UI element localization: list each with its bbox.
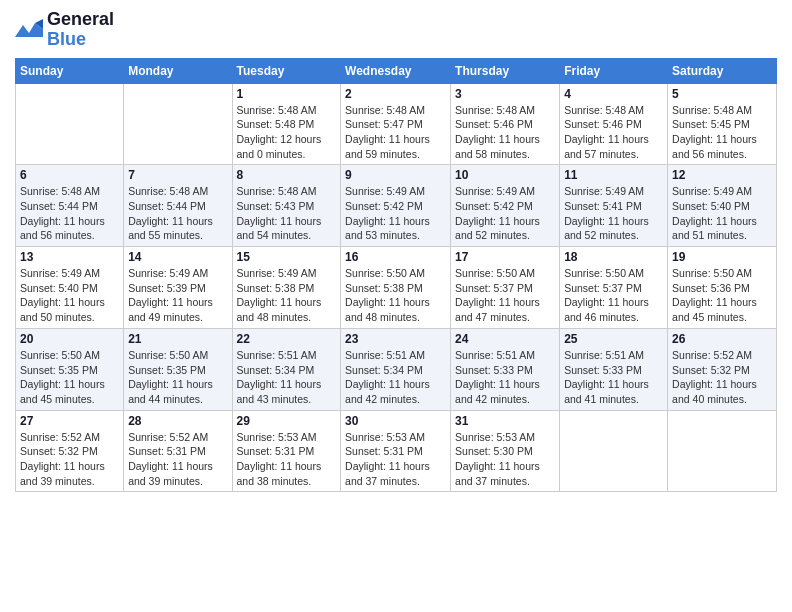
day-info: Sunrise: 5:48 AM Sunset: 5:46 PM Dayligh… (564, 103, 663, 162)
weekday-header: Saturday (668, 58, 777, 83)
day-info: Sunrise: 5:50 AM Sunset: 5:37 PM Dayligh… (564, 266, 663, 325)
day-info: Sunrise: 5:49 AM Sunset: 5:40 PM Dayligh… (672, 184, 772, 243)
day-info: Sunrise: 5:48 AM Sunset: 5:46 PM Dayligh… (455, 103, 555, 162)
day-info: Sunrise: 5:52 AM Sunset: 5:31 PM Dayligh… (128, 430, 227, 489)
day-info: Sunrise: 5:51 AM Sunset: 5:34 PM Dayligh… (237, 348, 337, 407)
day-info: Sunrise: 5:49 AM Sunset: 5:42 PM Dayligh… (455, 184, 555, 243)
calendar-page: General Blue SundayMondayTuesdayWednesda… (0, 0, 792, 507)
calendar-week-row: 20Sunrise: 5:50 AM Sunset: 5:35 PM Dayli… (16, 328, 777, 410)
calendar-cell: 25Sunrise: 5:51 AM Sunset: 5:33 PM Dayli… (560, 328, 668, 410)
day-number: 31 (455, 414, 555, 428)
day-info: Sunrise: 5:53 AM Sunset: 5:31 PM Dayligh… (345, 430, 446, 489)
calendar-cell: 23Sunrise: 5:51 AM Sunset: 5:34 PM Dayli… (341, 328, 451, 410)
calendar-cell: 20Sunrise: 5:50 AM Sunset: 5:35 PM Dayli… (16, 328, 124, 410)
day-number: 12 (672, 168, 772, 182)
calendar-cell: 5Sunrise: 5:48 AM Sunset: 5:45 PM Daylig… (668, 83, 777, 165)
day-number: 4 (564, 87, 663, 101)
day-info: Sunrise: 5:50 AM Sunset: 5:36 PM Dayligh… (672, 266, 772, 325)
calendar-cell: 11Sunrise: 5:49 AM Sunset: 5:41 PM Dayli… (560, 165, 668, 247)
calendar-cell: 30Sunrise: 5:53 AM Sunset: 5:31 PM Dayli… (341, 410, 451, 492)
day-number: 17 (455, 250, 555, 264)
day-number: 27 (20, 414, 119, 428)
calendar-week-row: 6Sunrise: 5:48 AM Sunset: 5:44 PM Daylig… (16, 165, 777, 247)
calendar-cell: 8Sunrise: 5:48 AM Sunset: 5:43 PM Daylig… (232, 165, 341, 247)
calendar-cell: 19Sunrise: 5:50 AM Sunset: 5:36 PM Dayli… (668, 247, 777, 329)
weekday-header: Wednesday (341, 58, 451, 83)
day-info: Sunrise: 5:52 AM Sunset: 5:32 PM Dayligh… (672, 348, 772, 407)
logo: General Blue (15, 10, 114, 50)
day-info: Sunrise: 5:48 AM Sunset: 5:48 PM Dayligh… (237, 103, 337, 162)
calendar-cell (668, 410, 777, 492)
calendar-week-row: 27Sunrise: 5:52 AM Sunset: 5:32 PM Dayli… (16, 410, 777, 492)
day-info: Sunrise: 5:51 AM Sunset: 5:34 PM Dayligh… (345, 348, 446, 407)
logo-icon (15, 19, 43, 41)
weekday-header: Sunday (16, 58, 124, 83)
calendar-cell: 9Sunrise: 5:49 AM Sunset: 5:42 PM Daylig… (341, 165, 451, 247)
calendar-cell: 31Sunrise: 5:53 AM Sunset: 5:30 PM Dayli… (451, 410, 560, 492)
day-info: Sunrise: 5:49 AM Sunset: 5:38 PM Dayligh… (237, 266, 337, 325)
calendar-cell: 16Sunrise: 5:50 AM Sunset: 5:38 PM Dayli… (341, 247, 451, 329)
calendar-cell: 3Sunrise: 5:48 AM Sunset: 5:46 PM Daylig… (451, 83, 560, 165)
calendar-table: SundayMondayTuesdayWednesdayThursdayFrid… (15, 58, 777, 493)
day-info: Sunrise: 5:51 AM Sunset: 5:33 PM Dayligh… (455, 348, 555, 407)
calendar-cell: 22Sunrise: 5:51 AM Sunset: 5:34 PM Dayli… (232, 328, 341, 410)
day-number: 14 (128, 250, 227, 264)
day-number: 5 (672, 87, 772, 101)
calendar-cell: 6Sunrise: 5:48 AM Sunset: 5:44 PM Daylig… (16, 165, 124, 247)
day-number: 10 (455, 168, 555, 182)
calendar-cell: 26Sunrise: 5:52 AM Sunset: 5:32 PM Dayli… (668, 328, 777, 410)
day-number: 8 (237, 168, 337, 182)
weekday-header: Friday (560, 58, 668, 83)
calendar-week-row: 1Sunrise: 5:48 AM Sunset: 5:48 PM Daylig… (16, 83, 777, 165)
calendar-week-row: 13Sunrise: 5:49 AM Sunset: 5:40 PM Dayli… (16, 247, 777, 329)
day-number: 24 (455, 332, 555, 346)
day-number: 20 (20, 332, 119, 346)
day-number: 13 (20, 250, 119, 264)
weekday-header: Tuesday (232, 58, 341, 83)
weekday-header-row: SundayMondayTuesdayWednesdayThursdayFrid… (16, 58, 777, 83)
day-number: 15 (237, 250, 337, 264)
day-number: 3 (455, 87, 555, 101)
calendar-cell: 1Sunrise: 5:48 AM Sunset: 5:48 PM Daylig… (232, 83, 341, 165)
weekday-header: Monday (124, 58, 232, 83)
day-number: 2 (345, 87, 446, 101)
calendar-cell (124, 83, 232, 165)
day-info: Sunrise: 5:49 AM Sunset: 5:42 PM Dayligh… (345, 184, 446, 243)
calendar-cell: 10Sunrise: 5:49 AM Sunset: 5:42 PM Dayli… (451, 165, 560, 247)
day-info: Sunrise: 5:50 AM Sunset: 5:37 PM Dayligh… (455, 266, 555, 325)
calendar-cell: 14Sunrise: 5:49 AM Sunset: 5:39 PM Dayli… (124, 247, 232, 329)
day-number: 25 (564, 332, 663, 346)
day-number: 11 (564, 168, 663, 182)
day-info: Sunrise: 5:48 AM Sunset: 5:44 PM Dayligh… (128, 184, 227, 243)
calendar-cell: 2Sunrise: 5:48 AM Sunset: 5:47 PM Daylig… (341, 83, 451, 165)
calendar-cell: 13Sunrise: 5:49 AM Sunset: 5:40 PM Dayli… (16, 247, 124, 329)
calendar-cell: 29Sunrise: 5:53 AM Sunset: 5:31 PM Dayli… (232, 410, 341, 492)
day-number: 21 (128, 332, 227, 346)
calendar-cell (560, 410, 668, 492)
day-number: 28 (128, 414, 227, 428)
calendar-cell: 12Sunrise: 5:49 AM Sunset: 5:40 PM Dayli… (668, 165, 777, 247)
day-number: 19 (672, 250, 772, 264)
day-info: Sunrise: 5:48 AM Sunset: 5:43 PM Dayligh… (237, 184, 337, 243)
day-number: 22 (237, 332, 337, 346)
day-info: Sunrise: 5:50 AM Sunset: 5:35 PM Dayligh… (128, 348, 227, 407)
day-number: 30 (345, 414, 446, 428)
calendar-cell: 24Sunrise: 5:51 AM Sunset: 5:33 PM Dayli… (451, 328, 560, 410)
day-number: 23 (345, 332, 446, 346)
calendar-cell: 17Sunrise: 5:50 AM Sunset: 5:37 PM Dayli… (451, 247, 560, 329)
calendar-cell: 27Sunrise: 5:52 AM Sunset: 5:32 PM Dayli… (16, 410, 124, 492)
calendar-cell: 4Sunrise: 5:48 AM Sunset: 5:46 PM Daylig… (560, 83, 668, 165)
calendar-cell: 18Sunrise: 5:50 AM Sunset: 5:37 PM Dayli… (560, 247, 668, 329)
header: General Blue (15, 10, 777, 50)
day-info: Sunrise: 5:48 AM Sunset: 5:47 PM Dayligh… (345, 103, 446, 162)
day-info: Sunrise: 5:50 AM Sunset: 5:38 PM Dayligh… (345, 266, 446, 325)
day-number: 6 (20, 168, 119, 182)
day-info: Sunrise: 5:48 AM Sunset: 5:45 PM Dayligh… (672, 103, 772, 162)
day-info: Sunrise: 5:53 AM Sunset: 5:31 PM Dayligh… (237, 430, 337, 489)
day-number: 26 (672, 332, 772, 346)
day-number: 1 (237, 87, 337, 101)
day-info: Sunrise: 5:50 AM Sunset: 5:35 PM Dayligh… (20, 348, 119, 407)
day-number: 9 (345, 168, 446, 182)
day-number: 29 (237, 414, 337, 428)
weekday-header: Thursday (451, 58, 560, 83)
